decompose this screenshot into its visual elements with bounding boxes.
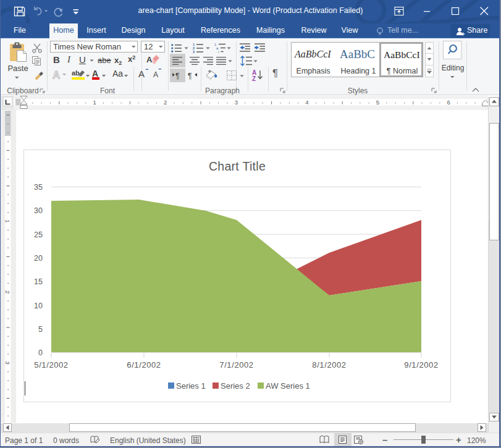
svg-text:1: 1 bbox=[93, 99, 96, 106]
svg-text:2: 2 bbox=[164, 99, 167, 106]
svg-text:10: 10 bbox=[34, 302, 43, 310]
svg-text:25: 25 bbox=[34, 230, 43, 239]
svg-text:30: 30 bbox=[34, 206, 43, 215]
svg-text:A: A bbox=[53, 69, 60, 81]
svg-text:1: 1 bbox=[4, 219, 11, 222]
svg-text:7/1/2002: 7/1/2002 bbox=[219, 360, 253, 370]
svg-text:Series 1: Series 1 bbox=[176, 381, 206, 391]
svg-text:9/1/2002: 9/1/2002 bbox=[404, 360, 438, 370]
svg-text:Z: Z bbox=[252, 75, 256, 82]
svg-text:3: 3 bbox=[193, 50, 195, 53]
svg-text:6: 6 bbox=[447, 99, 450, 106]
svg-text:35: 35 bbox=[34, 183, 43, 192]
svg-text:A: A bbox=[138, 69, 145, 79]
svg-text:4: 4 bbox=[305, 99, 308, 106]
svg-text:6/1/2002: 6/1/2002 bbox=[127, 360, 161, 370]
svg-text:A: A bbox=[146, 55, 153, 64]
svg-text:3: 3 bbox=[4, 361, 11, 365]
svg-text:¶: ¶ bbox=[188, 72, 192, 80]
svg-text:0: 0 bbox=[38, 349, 43, 357]
svg-text:A: A bbox=[153, 70, 158, 79]
svg-text:Chart Title: Chart Title bbox=[209, 159, 266, 173]
svg-text:15: 15 bbox=[34, 277, 43, 286]
svg-text:Series 2: Series 2 bbox=[221, 381, 250, 391]
svg-text:¶: ¶ bbox=[175, 72, 179, 80]
svg-text:Aa: Aa bbox=[112, 69, 123, 78]
svg-text:AW Series 1: AW Series 1 bbox=[266, 381, 310, 391]
svg-text:5: 5 bbox=[38, 325, 43, 334]
svg-text:20: 20 bbox=[34, 254, 43, 263]
svg-text:5: 5 bbox=[376, 99, 379, 106]
svg-text:3: 3 bbox=[235, 99, 238, 106]
svg-text:A: A bbox=[92, 69, 98, 78]
svg-text:5/1/2002: 5/1/2002 bbox=[34, 360, 68, 370]
svg-text:8/1/2002: 8/1/2002 bbox=[312, 360, 346, 370]
svg-text:2: 2 bbox=[4, 290, 11, 294]
svg-text:i: i bbox=[218, 50, 219, 53]
